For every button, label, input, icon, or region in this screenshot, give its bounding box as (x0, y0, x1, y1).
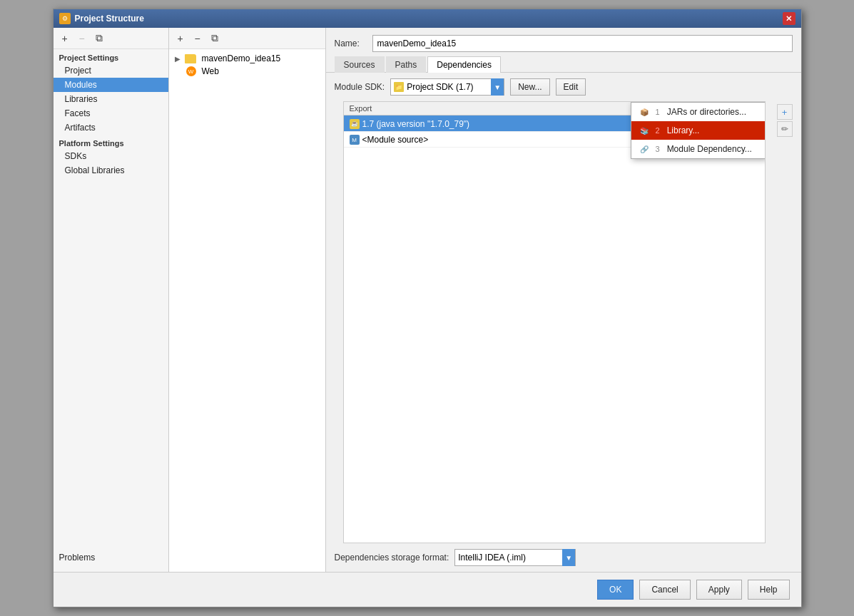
cancel-button[interactable]: Cancel (639, 580, 690, 600)
tab-sources[interactable]: Sources (335, 56, 385, 73)
popup-item-jars-label: JARs or directories... (667, 107, 746, 117)
popup-item-library[interactable]: 📚 2 Library... (631, 121, 766, 140)
sidebar-item-artifacts[interactable]: Artifacts (54, 120, 168, 135)
title-bar: ⚙ Project Structure ✕ (54, 9, 801, 28)
web-icon: W (186, 66, 196, 76)
storage-value: IntelliJ IDEA (.iml) (458, 553, 559, 563)
tree-expand-arrow: ▶ (175, 55, 182, 63)
main-content: + − ⧉ Project Settings Project Modules L… (54, 28, 801, 572)
popup-item-module-dep-label: Module Dependency... (667, 144, 752, 154)
tree-remove-button[interactable]: − (190, 31, 205, 46)
sidebar-item-facets[interactable]: Facets (54, 106, 168, 120)
module-sdk-row: Module SDK: 📁 Project SDK (1.7) ▼ New...… (326, 73, 801, 101)
platform-settings-label: Platform Settings (54, 135, 168, 149)
popup-item-jars[interactable]: 📦 1 JARs or directories... (631, 103, 766, 121)
module-dep-icon: M (350, 135, 360, 145)
sdk-icon: 📁 (394, 82, 404, 92)
project-settings-label: Project Settings (54, 49, 168, 63)
title-bar-left: ⚙ Project Structure (59, 13, 144, 24)
sidebar-item-modules[interactable]: Modules (54, 78, 168, 92)
dep-label-1: 1.7 (java version "1.7.0_79") (362, 119, 470, 129)
sdk-dropdown[interactable]: 📁 Project SDK (1.7) ▼ (390, 78, 504, 96)
add-module-button[interactable]: + (58, 31, 72, 46)
name-row: Name: (326, 28, 801, 56)
project-structure-dialog: ⚙ Project Structure ✕ + − ⧉ Project Sett… (53, 9, 802, 607)
tree-copy-button[interactable]: ⧉ (208, 31, 222, 46)
library-icon: 📚 (639, 125, 650, 136)
table-side-buttons: + ✏ (777, 101, 793, 543)
name-label: Name: (335, 38, 367, 48)
tabs-row: Sources Paths Dependencies (326, 56, 801, 73)
edit-sdk-button[interactable]: Edit (556, 78, 586, 96)
tree-item-root[interactable]: ▶ mavenDemo_idea15 (172, 52, 322, 65)
module-dep-icon: 🔗 (639, 143, 650, 155)
content-panel: Name: Sources Paths Dependencies Module … (326, 28, 801, 572)
tree-web-label: Web (202, 66, 219, 76)
deps-table-container: Export Scope ☕ 1.7 (java version "1.7.0_… (343, 101, 766, 543)
sidebar-item-problems[interactable]: Problems (54, 550, 168, 565)
sidebar-toolbar: + − ⧉ (54, 28, 168, 49)
add-dependency-button[interactable]: + (777, 104, 793, 120)
storage-dropdown-arrow[interactable]: ▼ (562, 549, 575, 566)
tree-item-web[interactable]: W Web (172, 65, 322, 78)
tree-add-button[interactable]: + (173, 31, 188, 46)
tree-content: ▶ mavenDemo_idea15 W Web (169, 49, 325, 572)
dep-cell-2: M <Module source> (344, 131, 650, 148)
tree-root-label: mavenDemo_idea15 (202, 53, 281, 63)
storage-dropdown[interactable]: IntelliJ IDEA (.iml) ▼ (454, 549, 576, 566)
sdk-dep-icon: ☕ (350, 119, 360, 129)
remove-module-button[interactable]: − (75, 31, 89, 46)
dialog-icon: ⚙ (59, 13, 71, 24)
dep-cell-1: ☕ 1.7 (java version "1.7.0_79") (344, 115, 650, 132)
apply-button[interactable]: Apply (696, 580, 742, 600)
popup-item-module-dep[interactable]: 🔗 3 Module Dependency... (631, 140, 766, 158)
dep-label-2: <Module source> (362, 135, 429, 145)
sidebar: + − ⧉ Project Settings Project Modules L… (54, 28, 169, 572)
storage-row: Dependencies storage format: IntelliJ ID… (326, 543, 801, 572)
dialog-title: Project Structure (75, 14, 144, 24)
sdk-value: Project SDK (1.7) (407, 82, 488, 92)
jars-icon: 📦 (639, 106, 650, 118)
copy-module-button[interactable]: ⧉ (92, 31, 106, 46)
help-button[interactable]: Help (748, 580, 790, 600)
close-button[interactable]: ✕ (783, 12, 795, 25)
popup-menu: 📦 1 JARs or directories... 📚 2 Library..… (631, 102, 766, 159)
tab-paths[interactable]: Paths (386, 56, 427, 73)
col-export: Export (344, 102, 650, 115)
ok-button[interactable]: OK (597, 580, 634, 600)
sidebar-item-libraries[interactable]: Libraries (54, 92, 168, 106)
storage-label: Dependencies storage format: (335, 553, 449, 563)
sidebar-item-sdks[interactable]: SDKs (54, 149, 168, 163)
tab-dependencies[interactable]: Dependencies (427, 56, 501, 73)
new-sdk-button[interactable]: New... (510, 78, 549, 96)
popup-item-library-label: Library... (667, 125, 700, 135)
edit-dependency-button[interactable]: ✏ (777, 121, 793, 137)
name-input[interactable] (372, 35, 793, 52)
sdk-label: Module SDK: (335, 82, 385, 92)
sidebar-item-project[interactable]: Project (54, 63, 168, 78)
tree-toolbar: + − ⧉ (169, 28, 325, 49)
tree-panel: + − ⧉ ▶ mavenDemo_idea15 W Web (169, 28, 326, 572)
sdk-dropdown-arrow[interactable]: ▼ (491, 78, 504, 96)
bottom-bar: OK Cancel Apply Help (54, 572, 801, 607)
table-outer: Export Scope ☕ 1.7 (java version "1.7.0_… (335, 101, 793, 543)
sidebar-item-global-libraries[interactable]: Global Libraries (54, 163, 168, 178)
